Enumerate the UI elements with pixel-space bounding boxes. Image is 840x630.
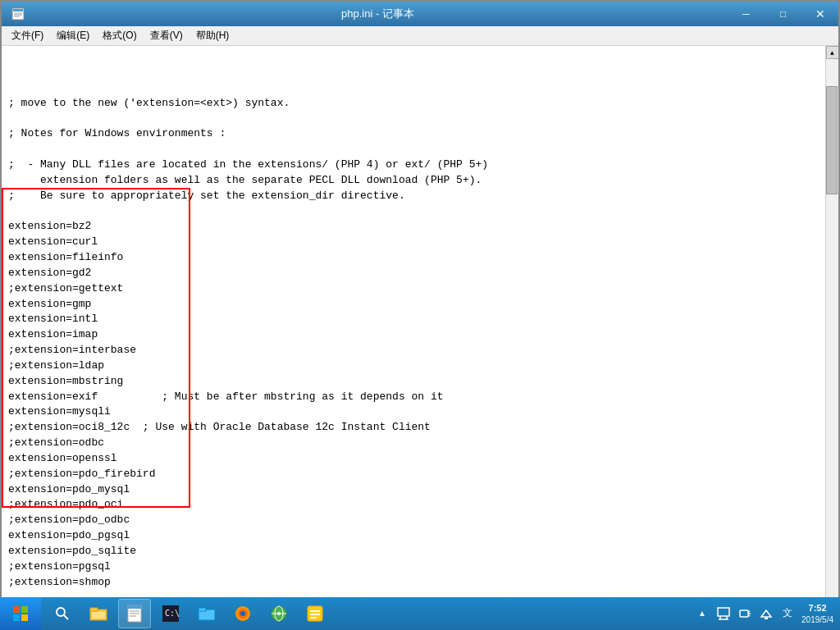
scroll-track[interactable] [826,59,838,602]
line-27: ;extension=pdo_odbc [8,513,819,528]
line-20: extension=mysqli [8,404,819,420]
line-3 [8,142,819,158]
line-15: extension=imap [8,327,819,343]
svg-rect-13 [92,612,105,619]
taskbar: C:\ [0,597,840,630]
line-8: extension=bz2 [8,219,819,235]
line-10: extension=fileinfo [8,250,819,266]
svg-line-10 [64,615,68,619]
taskbar-search[interactable] [46,599,79,628]
window-controls: ─ □ ✕ [728,2,838,26]
taskbar-terminal[interactable]: C:\ [154,599,187,628]
line-29: extension=pdo_sqlite [8,544,819,559]
line-23: extension=openssl [8,451,819,467]
clock-date: 2019/5/4 [801,614,833,625]
taskbar-clock[interactable]: 7:52 2019/5/4 [801,602,833,624]
menu-edit[interactable]: 编辑(E) [50,27,96,45]
menu-view[interactable]: 查看(V) [144,27,189,45]
taskbar-files[interactable] [299,599,331,628]
line-26: ;extension=pdo_oci [8,497,819,513]
line-21: ;extension=oci8_12c ; Use with Oracle Da… [8,420,819,436]
systray-icon1[interactable] [714,605,733,623]
line-12: ;extension=gettext [8,281,819,297]
svg-rect-6 [21,606,28,613]
line-7 [8,203,819,219]
line-17: ;extension=ldap [8,358,819,374]
editor-wrapper: ; move to the new ('extension=<ext>) syn… [2,46,838,615]
svg-rect-7 [13,614,20,621]
editor-area: ; move to the new ('extension=<ext>) syn… [2,46,838,628]
svg-line-39 [748,611,750,612]
app-icon [8,4,28,24]
clock-time: 7:52 [801,602,833,614]
taskbar-firefox[interactable] [226,599,259,628]
line-30: ;extension=pgsql [8,559,819,575]
line-5: extension folders as well as the separat… [8,173,819,189]
taskbar-network[interactable] [262,599,295,628]
vertical-scrollbar[interactable]: ▲ ▼ [825,46,838,615]
taskbar-notepad[interactable] [118,599,151,628]
systray-arrow[interactable]: ▲ [693,605,711,623]
line-13: extension=gmp [8,297,819,313]
line-22: ;extension=odbc [8,436,819,451]
svg-rect-22 [199,608,206,611]
line-14: extension=intl [8,312,819,327]
menu-file[interactable]: 文件(F) [5,27,50,45]
maximize-button[interactable]: □ [765,2,801,26]
systray-icon2[interactable] [736,605,754,623]
svg-rect-5 [13,606,20,613]
scroll-thumb[interactable] [826,86,838,194]
line-28: extension=pdo_pgsql [8,528,819,544]
line-0: ; move to the new ('extension=<ext>) syn… [8,96,819,112]
systray-lang[interactable]: 文 [778,605,797,623]
line-16: ;extension=interbase [8,343,819,358]
line-4: ; - Many DLL files are located in the ex… [8,158,819,173]
line-1 [8,111,819,126]
line-31: ;extension=shmop [8,575,819,591]
line-18: extension=mbstring [8,374,819,390]
taskbar-file-explorer[interactable] [82,599,115,628]
taskbar-systray: ▲ [687,602,840,624]
svg-rect-42 [765,618,768,619]
systray-area: ▲ [693,605,797,623]
svg-rect-8 [21,614,28,621]
svg-line-41 [748,615,750,616]
svg-rect-1 [13,9,23,11]
line-2: ; Notes for Windows environments : [8,126,819,142]
systray-icon3[interactable] [757,605,775,623]
line-24: ;extension=pdo_firebird [8,467,819,482]
svg-rect-34 [718,608,729,616]
taskbar-apps: C:\ [41,599,687,628]
line-19: extension=exif ; Must be after mbstring … [8,390,819,405]
svg-rect-38 [740,610,748,617]
text-editor[interactable]: ; move to the new ('extension=<ext>) syn… [2,46,825,615]
svg-point-25 [240,611,245,616]
taskbar-folder[interactable] [190,599,223,628]
scroll-up-btn[interactable]: ▲ [826,46,839,59]
svg-point-9 [57,608,65,616]
line-25: extension=pdo_mysql [8,482,819,498]
window-title: php.ini - 记事本 [28,7,728,21]
svg-rect-15 [128,605,141,609]
start-button[interactable] [0,597,41,630]
main-window: php.ini - 记事本 ─ □ ✕ 文件(F) 编辑(E) 格式(O) 查看… [0,0,840,630]
svg-text:C:\: C:\ [165,609,179,618]
menu-help[interactable]: 帮助(H) [189,27,236,45]
menu-bar: 文件(F) 编辑(E) 格式(O) 查看(V) 帮助(H) [2,26,838,46]
line-11: extension=gd2 [8,266,819,281]
svg-rect-12 [90,608,98,611]
title-bar: php.ini - 记事本 ─ □ ✕ [2,2,838,26]
line-6: ; Be sure to appropriately set the exten… [8,189,819,204]
close-button[interactable]: ✕ [801,2,838,26]
menu-format[interactable]: 格式(O) [96,27,143,45]
line-9: extension=curl [8,235,819,250]
minimize-button[interactable]: ─ [728,2,765,26]
